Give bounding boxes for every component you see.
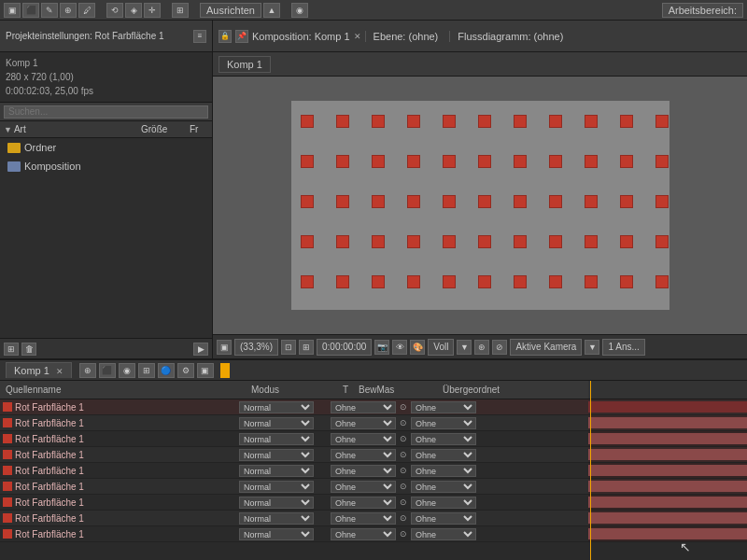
toolbar-icon-2[interactable]: ⬛: [22, 3, 39, 18]
camera-dropdown[interactable]: ▼: [585, 340, 599, 355]
red-square: [585, 275, 598, 288]
row-bewmas-select[interactable]: Ohne: [331, 449, 396, 461]
row-mode-select[interactable]: Normal: [239, 512, 314, 525]
toolbar-icon-8[interactable]: ✛: [144, 3, 161, 18]
delete-button[interactable]: 🗑: [21, 343, 36, 356]
timeline-tab[interactable]: Komp 1 ✕: [6, 362, 72, 378]
row-bewmas-select[interactable]: Ohne: [331, 417, 396, 429]
row-uber-select[interactable]: Ohne: [411, 449, 476, 461]
tl-icon-2[interactable]: ⬛: [99, 363, 116, 378]
red-square: [407, 275, 420, 288]
toolbar-icon-4[interactable]: ⊕: [60, 3, 77, 18]
row-uber-select[interactable]: Ohne: [411, 512, 476, 525]
tl-bar-row: [588, 399, 747, 415]
ausrichten-button[interactable]: Ausrichten: [200, 3, 261, 18]
red-square: [443, 155, 456, 168]
col-art-label: Art: [14, 124, 139, 134]
tl-icon-1[interactable]: ⊕: [79, 363, 96, 378]
row-uber-select[interactable]: Ohne: [411, 433, 476, 445]
flussdiagramm-section: Flussdiagramm: (ohne): [449, 31, 571, 42]
tl-bar: [588, 465, 747, 476]
panel-menu-button[interactable]: ≡: [193, 30, 206, 43]
new-item-button[interactable]: ⊞: [4, 343, 19, 356]
toolbar-icon-7[interactable]: ◈: [125, 3, 142, 18]
row-label: Rot Farbfläche 1: [15, 418, 239, 428]
asset-item-comp[interactable]: Komposition: [0, 157, 212, 175]
asset-item-folder[interactable]: Ordner: [0, 138, 212, 157]
red-square: [336, 195, 349, 208]
row-uber-select[interactable]: Ohne: [411, 401, 476, 413]
channels-icon[interactable]: ⊛: [474, 340, 489, 355]
sort-icon: ▼: [4, 125, 12, 134]
tl-bar: [588, 417, 747, 428]
toolbar-icon-6[interactable]: ⟲: [106, 3, 123, 18]
snapshot-icon[interactable]: 📷: [374, 340, 389, 355]
tl-icon-3[interactable]: ◉: [119, 363, 135, 378]
zoom-display[interactable]: (33,3%): [234, 339, 278, 356]
red-square: [620, 155, 633, 168]
row-uber-select[interactable]: Ohne: [411, 497, 476, 509]
quality-dropdown[interactable]: ▼: [457, 340, 472, 355]
table-row: Rot Farbfläche 1 Normal Ohne ⊙ Ohne: [0, 415, 588, 431]
quality-btn[interactable]: Voll: [428, 339, 454, 356]
row-bewmas-select[interactable]: Ohne: [331, 401, 396, 413]
row-bewmas-select[interactable]: Ohne: [331, 512, 396, 525]
timeline-close-button[interactable]: ✕: [56, 367, 63, 376]
main-layout: Projekteinstellungen: Rot Farbfläche 1 ≡…: [0, 21, 747, 358]
row-bewmas-select[interactable]: Ohne: [331, 433, 396, 445]
row-bewmas-select[interactable]: Ohne: [331, 481, 396, 493]
comp-name: Komp 1: [6, 56, 206, 70]
row-mode-select[interactable]: Normal: [239, 401, 314, 413]
row-mode-select[interactable]: Normal: [239, 481, 314, 493]
row-bewmas-select[interactable]: Ohne: [331, 497, 396, 509]
red-square: [549, 195, 562, 208]
toolbar-icon-10[interactable]: ▲: [263, 3, 280, 18]
toolbar-icon-11[interactable]: ◉: [291, 3, 308, 18]
table-row: Rot Farbfläche 1 Normal Ohne ⊙ Ohne: [0, 463, 588, 479]
res-icon[interactable]: ⊘: [492, 340, 507, 355]
table-row: Rot Farbfläche 1 Normal Ohne ⊙ Ohne: [0, 447, 588, 463]
row-mode-select[interactable]: Normal: [239, 433, 314, 445]
row-uber-select[interactable]: Ohne: [411, 528, 476, 540]
tl-icon-5[interactable]: 🔵: [158, 363, 175, 378]
toolbar-icon-5[interactable]: 🖊: [78, 3, 95, 18]
row-uber-select[interactable]: Ohne: [411, 481, 476, 493]
tl-icon-6[interactable]: ⚙: [177, 363, 194, 378]
arbeitsbereich-button[interactable]: Arbeitsbereich:: [662, 3, 743, 18]
tl-icon-7[interactable]: ▣: [197, 363, 214, 378]
row-uber-select[interactable]: Ohne: [411, 417, 476, 429]
row-bewmas-select[interactable]: Ohne: [331, 528, 396, 540]
row-bewmas-select[interactable]: Ohne: [331, 465, 396, 477]
red-square: [301, 275, 314, 288]
scroll-right-button[interactable]: ▶: [193, 343, 208, 356]
ebene-section: Ebene: (ohne): [365, 31, 446, 42]
row-mode-select[interactable]: Normal: [239, 497, 314, 509]
time-display[interactable]: 0:00:00:00: [317, 339, 372, 356]
grid-icon[interactable]: ⊞: [299, 340, 314, 355]
comp-close-button[interactable]: ✕: [354, 32, 361, 41]
center-panel: 🔒 📌 Komposition: Komp 1 ✕ Ebene: (ohne) …: [213, 21, 747, 358]
row-mode-select[interactable]: Normal: [239, 528, 314, 540]
komp-button[interactable]: Komp 1: [218, 56, 271, 73]
tl-icon-4[interactable]: ⊞: [138, 363, 155, 378]
row-uber-icon: ⊙: [396, 529, 411, 539]
show-snapshot-icon[interactable]: 👁: [392, 340, 407, 355]
red-square: [407, 235, 420, 248]
row-uber-select[interactable]: Ohne: [411, 465, 476, 477]
preview-icon[interactable]: ▣: [217, 340, 232, 355]
row-mode-select[interactable]: Normal: [239, 417, 314, 429]
view-btn[interactable]: 1 Ans...: [602, 339, 644, 356]
row-mode-select[interactable]: Normal: [239, 465, 314, 477]
red-square: [585, 115, 598, 128]
fit-icon[interactable]: ⊡: [281, 340, 296, 355]
toolbar-icon-3[interactable]: ✎: [41, 3, 58, 18]
toolbar-icon-9[interactable]: ⊞: [172, 3, 189, 18]
camera-btn[interactable]: Aktive Kamera: [510, 339, 582, 356]
comp-header: 🔒 📌 Komposition: Komp 1 ✕ Ebene: (ohne) …: [213, 21, 747, 52]
toolbar-icon-1[interactable]: ▣: [4, 3, 21, 18]
red-square: [620, 235, 633, 248]
search-input[interactable]: [4, 105, 208, 119]
row-mode-select[interactable]: Normal: [239, 449, 314, 461]
row-label: Rot Farbfläche 1: [15, 497, 239, 508]
color-icon[interactable]: 🎨: [410, 340, 425, 355]
